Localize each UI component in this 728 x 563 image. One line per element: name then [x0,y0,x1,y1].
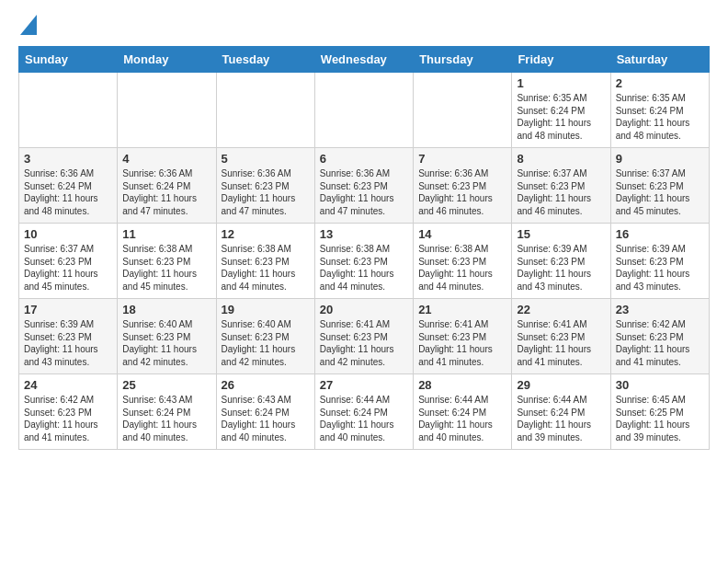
calendar-cell [414,73,512,148]
day-info: Sunrise: 6:39 AM Sunset: 6:23 PM Dayligh… [24,318,112,368]
calendar-cell: 20Sunrise: 6:41 AM Sunset: 6:23 PM Dayli… [314,299,413,374]
calendar-cell: 27Sunrise: 6:44 AM Sunset: 6:24 PM Dayli… [314,374,413,450]
day-info: Sunrise: 6:41 AM Sunset: 6:23 PM Dayligh… [418,318,506,368]
calendar-cell: 9Sunrise: 6:37 AM Sunset: 6:23 PM Daylig… [610,148,709,224]
day-number: 14 [418,227,506,241]
day-number: 3 [24,152,112,166]
calendar-cell: 22Sunrise: 6:41 AM Sunset: 6:23 PM Dayli… [512,299,610,374]
day-number: 6 [320,152,408,166]
weekday-header-thursday: Thursday [414,47,512,73]
day-number: 28 [418,378,506,392]
day-info: Sunrise: 6:44 AM Sunset: 6:24 PM Dayligh… [517,394,605,443]
day-info: Sunrise: 6:39 AM Sunset: 6:23 PM Dayligh… [616,243,704,293]
day-number: 27 [320,378,408,392]
day-number: 16 [616,227,704,241]
day-number: 17 [24,303,112,316]
day-info: Sunrise: 6:40 AM Sunset: 6:23 PM Dayligh… [222,318,310,368]
day-info: Sunrise: 6:44 AM Sunset: 6:24 PM Dayligh… [418,394,506,443]
logo [18,18,37,31]
day-info: Sunrise: 6:38 AM Sunset: 6:23 PM Dayligh… [320,243,408,293]
calendar-cell: 26Sunrise: 6:43 AM Sunset: 6:24 PM Dayli… [216,374,314,450]
day-info: Sunrise: 6:36 AM Sunset: 6:23 PM Dayligh… [320,167,408,217]
calendar-cell: 16Sunrise: 6:39 AM Sunset: 6:23 PM Dayli… [610,224,709,299]
calendar-cell: 23Sunrise: 6:42 AM Sunset: 6:23 PM Dayli… [610,299,709,374]
day-info: Sunrise: 6:36 AM Sunset: 6:23 PM Dayligh… [222,167,310,217]
day-number: 29 [517,378,605,392]
calendar-cell [118,73,216,148]
calendar-cell [19,73,118,148]
weekday-header-friday: Friday [512,47,610,73]
calendar-cell: 12Sunrise: 6:38 AM Sunset: 6:23 PM Dayli… [216,224,314,299]
calendar-cell: 6Sunrise: 6:36 AM Sunset: 6:23 PM Daylig… [314,148,413,224]
day-info: Sunrise: 6:40 AM Sunset: 6:23 PM Dayligh… [122,318,210,368]
calendar-cell: 10Sunrise: 6:37 AM Sunset: 6:23 PM Dayli… [19,224,118,299]
calendar-cell: 3Sunrise: 6:36 AM Sunset: 6:24 PM Daylig… [19,148,118,224]
day-info: Sunrise: 6:44 AM Sunset: 6:24 PM Dayligh… [320,394,408,443]
weekday-header-saturday: Saturday [610,47,709,73]
day-info: Sunrise: 6:38 AM Sunset: 6:23 PM Dayligh… [418,243,506,293]
day-info: Sunrise: 6:37 AM Sunset: 6:23 PM Dayligh… [517,167,605,217]
day-number: 23 [616,303,704,316]
day-number: 20 [320,303,408,316]
calendar-cell: 28Sunrise: 6:44 AM Sunset: 6:24 PM Dayli… [414,374,512,450]
calendar-cell: 1Sunrise: 6:35 AM Sunset: 6:24 PM Daylig… [512,73,610,148]
day-number: 18 [122,303,210,316]
calendar-cell: 14Sunrise: 6:38 AM Sunset: 6:23 PM Dayli… [414,224,512,299]
day-number: 19 [222,303,310,316]
day-number: 5 [222,152,310,166]
calendar-cell: 17Sunrise: 6:39 AM Sunset: 6:23 PM Dayli… [19,299,118,374]
calendar-table: SundayMondayTuesdayWednesdayThursdayFrid… [18,46,710,450]
day-number: 22 [517,303,605,316]
calendar-cell: 25Sunrise: 6:43 AM Sunset: 6:24 PM Dayli… [118,374,216,450]
calendar-cell: 5Sunrise: 6:36 AM Sunset: 6:23 PM Daylig… [216,148,314,224]
day-info: Sunrise: 6:45 AM Sunset: 6:25 PM Dayligh… [616,394,704,443]
calendar-cell [216,73,314,148]
calendar-cell: 7Sunrise: 6:36 AM Sunset: 6:23 PM Daylig… [414,148,512,224]
calendar-cell [314,73,413,148]
calendar-cell: 4Sunrise: 6:36 AM Sunset: 6:24 PM Daylig… [118,148,216,224]
calendar-cell: 8Sunrise: 6:37 AM Sunset: 6:23 PM Daylig… [512,148,610,224]
logo-arrow-icon [20,15,37,35]
calendar-cell: 13Sunrise: 6:38 AM Sunset: 6:23 PM Dayli… [314,224,413,299]
day-number: 10 [24,227,112,241]
day-info: Sunrise: 6:36 AM Sunset: 6:23 PM Dayligh… [418,167,506,217]
weekday-header-wednesday: Wednesday [314,47,413,73]
calendar-cell: 24Sunrise: 6:42 AM Sunset: 6:23 PM Dayli… [19,374,118,450]
day-info: Sunrise: 6:42 AM Sunset: 6:23 PM Dayligh… [24,394,112,443]
day-info: Sunrise: 6:37 AM Sunset: 6:23 PM Dayligh… [616,167,704,217]
day-number: 2 [616,76,704,90]
calendar-cell: 19Sunrise: 6:40 AM Sunset: 6:23 PM Dayli… [216,299,314,374]
day-info: Sunrise: 6:36 AM Sunset: 6:24 PM Dayligh… [122,167,210,217]
calendar-cell: 18Sunrise: 6:40 AM Sunset: 6:23 PM Dayli… [118,299,216,374]
weekday-header-monday: Monday [118,47,216,73]
day-number: 21 [418,303,506,316]
day-info: Sunrise: 6:43 AM Sunset: 6:24 PM Dayligh… [122,394,210,443]
day-info: Sunrise: 6:38 AM Sunset: 6:23 PM Dayligh… [222,243,310,293]
day-info: Sunrise: 6:35 AM Sunset: 6:24 PM Dayligh… [616,92,704,142]
day-number: 24 [24,378,112,392]
day-info: Sunrise: 6:36 AM Sunset: 6:24 PM Dayligh… [24,167,112,217]
day-number: 7 [418,152,506,166]
page-header [18,18,710,31]
day-number: 11 [122,227,210,241]
day-number: 15 [517,227,605,241]
day-number: 13 [320,227,408,241]
calendar-cell: 30Sunrise: 6:45 AM Sunset: 6:25 PM Dayli… [610,374,709,450]
day-info: Sunrise: 6:39 AM Sunset: 6:23 PM Dayligh… [517,243,605,293]
day-info: Sunrise: 6:42 AM Sunset: 6:23 PM Dayligh… [616,318,704,368]
day-info: Sunrise: 6:43 AM Sunset: 6:24 PM Dayligh… [222,394,310,443]
day-info: Sunrise: 6:41 AM Sunset: 6:23 PM Dayligh… [517,318,605,368]
day-number: 12 [222,227,310,241]
day-number: 25 [122,378,210,392]
calendar-cell: 21Sunrise: 6:41 AM Sunset: 6:23 PM Dayli… [414,299,512,374]
day-number: 8 [517,152,605,166]
calendar-cell: 11Sunrise: 6:38 AM Sunset: 6:23 PM Dayli… [118,224,216,299]
day-number: 26 [222,378,310,392]
weekday-header-tuesday: Tuesday [216,47,314,73]
svg-marker-0 [20,15,37,35]
calendar-cell: 15Sunrise: 6:39 AM Sunset: 6:23 PM Dayli… [512,224,610,299]
day-number: 9 [616,152,704,166]
day-info: Sunrise: 6:37 AM Sunset: 6:23 PM Dayligh… [24,243,112,293]
day-info: Sunrise: 6:35 AM Sunset: 6:24 PM Dayligh… [517,92,605,142]
calendar-cell: 29Sunrise: 6:44 AM Sunset: 6:24 PM Dayli… [512,374,610,450]
